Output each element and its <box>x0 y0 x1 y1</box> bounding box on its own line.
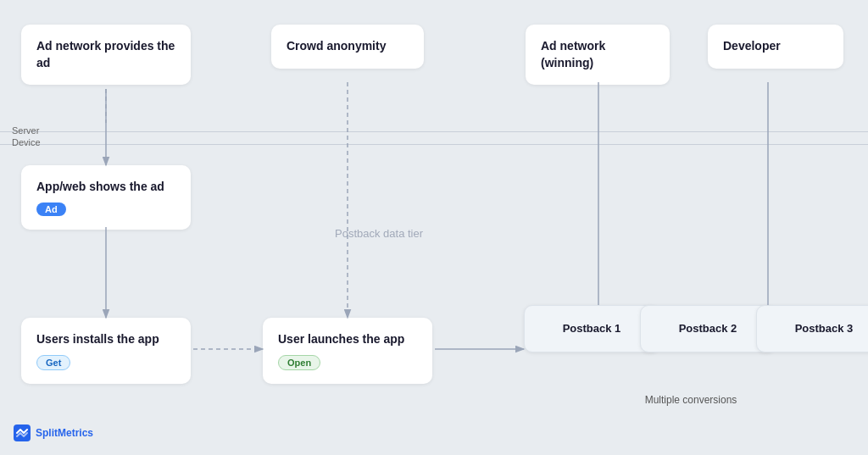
card-user-launches-title: User launches the app <box>278 331 417 348</box>
diagram-container: Server Device Ad network provides the ad… <box>0 0 868 455</box>
splitmetrics-logo-icon <box>14 424 31 441</box>
card-crowd-title: Crowd anonymity <box>287 38 409 55</box>
server-label: Server <box>12 125 39 136</box>
card-postback1-title: Postback 1 <box>533 321 650 336</box>
card-postback3-title: Postback 3 <box>765 321 868 336</box>
card-app-shows: App/web shows the ad Ad <box>21 165 191 230</box>
card-users-installs: Users installs the app Get <box>21 318 191 384</box>
logo-text: SplitMetrics <box>36 427 93 439</box>
get-badge: Get <box>36 355 70 370</box>
card-developer: Developer <box>708 25 843 69</box>
multiple-conversions-label: Multiple conversions <box>524 394 858 406</box>
card-users-installs-title: Users installs the app <box>36 331 175 348</box>
card-ad-network: Ad network provides the ad <box>21 25 191 85</box>
card-postback2-title: Postback 2 <box>649 321 766 336</box>
postback-tier-label: Postback data tier <box>335 227 423 240</box>
card-ad-winning: Ad network (winning) <box>526 25 670 85</box>
splitmetrics-logo: SplitMetrics <box>14 424 93 441</box>
ad-badge: Ad <box>36 203 66 216</box>
device-label: Device <box>12 137 41 147</box>
card-user-launches: User launches the app Open <box>263 318 432 384</box>
card-ad-network-title: Ad network provides the ad <box>36 38 175 71</box>
card-postback2: Postback 2 <box>640 305 776 352</box>
open-badge: Open <box>278 355 320 370</box>
server-device-divider-bottom <box>0 144 868 145</box>
card-app-shows-title: App/web shows the ad <box>36 179 175 196</box>
card-crowd-anonymity: Crowd anonymity <box>271 25 424 69</box>
server-device-divider-top <box>0 131 868 132</box>
card-postback3: Postback 3 <box>756 305 868 352</box>
card-developer-title: Developer <box>723 38 828 55</box>
card-ad-winning-title: Ad network (winning) <box>541 38 654 71</box>
card-postback1: Postback 1 <box>524 305 659 352</box>
